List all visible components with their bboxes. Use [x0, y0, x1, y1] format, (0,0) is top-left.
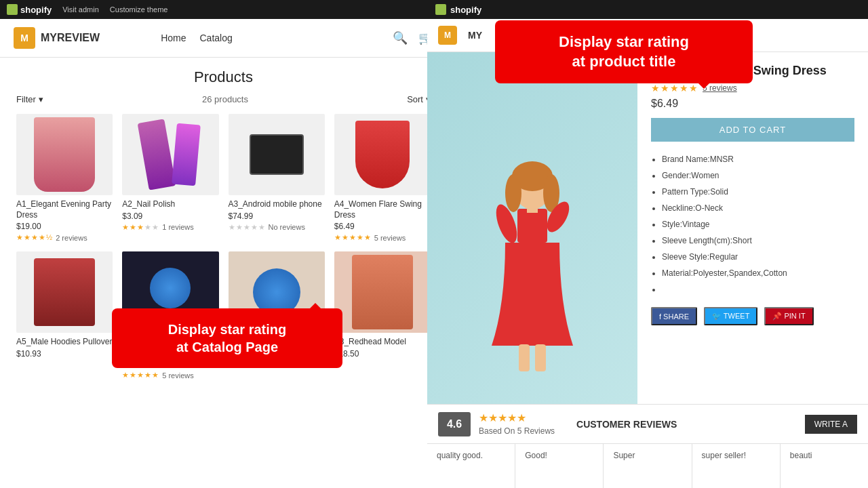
product-price-4: $6.49	[334, 222, 431, 231]
product-price-5: $10.93	[16, 349, 113, 359]
customer-reviews-title: CUSTOMER REVIEWS	[576, 419, 677, 430]
search-icon[interactable]: 🔍	[393, 30, 408, 45]
spec-sleeve-style: Sleeve Style:Regular	[662, 249, 854, 265]
product-name-5: A5_Male Hoodies Pullover	[16, 337, 113, 348]
right-logo-icon: M	[438, 26, 457, 45]
admin-bar: shopify Visit admin Customize theme ✕	[0, 0, 447, 19]
product-image-1	[16, 114, 113, 195]
review-snippet-4: super seller!	[692, 444, 781, 488]
products-count: 26 products	[202, 94, 248, 104]
list-item[interactable]: A3_Android mobile phone $74.99 ★★★★★ No …	[229, 114, 325, 242]
spec-extra	[662, 281, 854, 298]
spec-style: Style:Vintage	[662, 216, 854, 232]
right-shopify-label: shopify	[450, 5, 481, 15]
review-snippet-1: quality good.	[427, 444, 515, 488]
list-item[interactable]: A4_Women Flare Swing Dress $6.49 ★★★★★ 5…	[334, 114, 431, 242]
product-name-3: A3_Android mobile phone	[229, 199, 325, 210]
facebook-share-button[interactable]: f SHARE	[651, 307, 697, 325]
spec-material: Material:Polyester,Spandex,Cotton	[662, 265, 854, 281]
list-item[interactable]: A5_Male Hoodies Pullover $10.93	[16, 251, 113, 380]
spec-gender: Gender:Women	[662, 167, 854, 184]
logo-letter: M	[20, 33, 28, 43]
shopify-bag-icon	[7, 4, 18, 15]
svg-point-2	[505, 174, 521, 212]
product-price-1: $19.00	[16, 222, 113, 231]
product-name-2: A2_Nail Polish	[122, 199, 218, 210]
svg-rect-8	[519, 344, 530, 371]
shopify-logo-admin: shopify	[7, 4, 52, 15]
store-header: M MYREVIEW Home Catalog 🔍 🛒	[0, 19, 447, 58]
shopify-label: shopify	[20, 5, 52, 15]
star-row-2: ★★★★★ 1 reviews	[122, 223, 218, 232]
share-bar: f SHARE 🐦 TWEET 📌 PIN IT	[651, 307, 854, 325]
product-price-3: $74.99	[229, 211, 325, 221]
reviews-section: 4.6 ★★★★★ Based On 5 Reviews CUSTOMER RE…	[427, 404, 868, 443]
filter-button[interactable]: Filter ▾	[16, 94, 43, 104]
callout-product-title: Display star rating at product title	[495, 20, 753, 83]
callout-product-title-line2: at product title	[572, 53, 676, 70]
right-logo-letter: M	[444, 30, 451, 40]
spec-brand: Brand Name:MNSR	[662, 151, 854, 167]
store-logo: M MYREVIEW	[14, 27, 100, 49]
filter-chevron-icon: ▾	[39, 94, 43, 104]
facebook-share-label: f SHARE	[659, 312, 689, 321]
callout-catalog: Display star rating at Catalog Page	[112, 308, 342, 368]
rating-badge: 4.6	[438, 412, 471, 436]
spec-neckline: Neckline:O-Neck	[662, 200, 854, 216]
visit-admin-link[interactable]: Visit admin	[62, 5, 99, 14]
write-a-button[interactable]: WRITE A	[805, 415, 857, 434]
reviews-text-6: 5 reviews	[162, 371, 193, 380]
product-name-8: A8_Redhead Model	[334, 337, 431, 348]
product-name-4: A4_Women Flare Swing Dress	[334, 199, 431, 220]
right-shopify-bag-icon	[435, 4, 446, 15]
reviews-text-3: No reviews	[269, 223, 305, 231]
list-item[interactable]: A2_Nail Polish $3.09 ★★★★★ 1 reviews	[122, 114, 218, 242]
customize-theme-link[interactable]: Customize theme	[110, 5, 168, 14]
sort-label: Sort	[407, 94, 423, 104]
review-rating-info: ★★★★★ Based On 5 Reviews	[479, 411, 555, 436]
tweet-button[interactable]: 🐦 TWEET	[704, 307, 757, 325]
add-to-cart-button[interactable]: ADD TO CART	[651, 118, 854, 142]
product-detail-stars: ★★★★★ 5 reviews	[651, 83, 854, 94]
product-detail-star-icons: ★★★★★	[651, 83, 698, 94]
list-item[interactable]: A1_Elegant Evening Party Dress $19.00 ★★…	[16, 114, 113, 242]
product-detail-price: $6.49	[651, 98, 854, 110]
right-panel: shopify M MY Display star rating at prod…	[427, 0, 868, 488]
star-row-1: ★★★★½ 2 reviews	[16, 233, 113, 242]
nav-home[interactable]: Home	[161, 33, 186, 43]
product-image-3	[229, 114, 325, 195]
spec-pattern: Pattern Type:Solid	[662, 184, 854, 200]
product-name-1: A1_Elegant Evening Party Dress	[16, 199, 113, 220]
store-nav: Home Catalog	[161, 33, 233, 43]
right-logo-text: MY	[468, 30, 482, 41]
svg-rect-9	[535, 344, 546, 371]
callout-catalog-line1: Display star rating	[168, 322, 287, 337]
logo-icon: M	[14, 27, 35, 49]
product-image-5	[16, 251, 113, 333]
stars-1: ★★★★½	[16, 233, 53, 242]
nav-catalog[interactable]: Catalog	[199, 33, 232, 43]
review-stars-large: ★★★★★	[479, 412, 526, 424]
pin-it-label: 📌 PIN IT	[772, 312, 805, 321]
stars-6: ★★★★★	[122, 371, 159, 380]
stars-3: ★★★★★	[229, 223, 266, 232]
product-image-4	[334, 114, 431, 195]
callout-catalog-line2: at Catalog Page	[176, 340, 278, 354]
spec-sleeve-length: Sleeve Length(cm):Short	[662, 232, 854, 249]
list-item[interactable]: A8_Redhead Model $18.50	[334, 251, 431, 380]
left-panel: shopify Visit admin Customize theme ✕ M …	[0, 0, 448, 488]
product-detail-svg	[465, 156, 600, 386]
pin-it-button[interactable]: 📌 PIN IT	[764, 307, 813, 325]
filter-sort-bar: Filter ▾ 26 products Sort ▾	[16, 94, 431, 104]
product-image-2	[122, 114, 218, 195]
review-snippets: quality good. Good! Super super seller! …	[427, 443, 868, 488]
reviews-text-4: 5 reviews	[374, 234, 406, 242]
svg-rect-4	[517, 209, 547, 243]
product-price-2: $3.09	[122, 211, 218, 221]
tweet-label: 🐦 TWEET	[712, 312, 749, 321]
callout-product-title-line1: Display star rating	[559, 33, 689, 50]
product-image-8	[334, 251, 431, 333]
customize-theme-label: Customize theme	[110, 5, 168, 14]
stars-4: ★★★★★	[334, 233, 372, 242]
right-admin-bar: shopify	[427, 0, 868, 19]
